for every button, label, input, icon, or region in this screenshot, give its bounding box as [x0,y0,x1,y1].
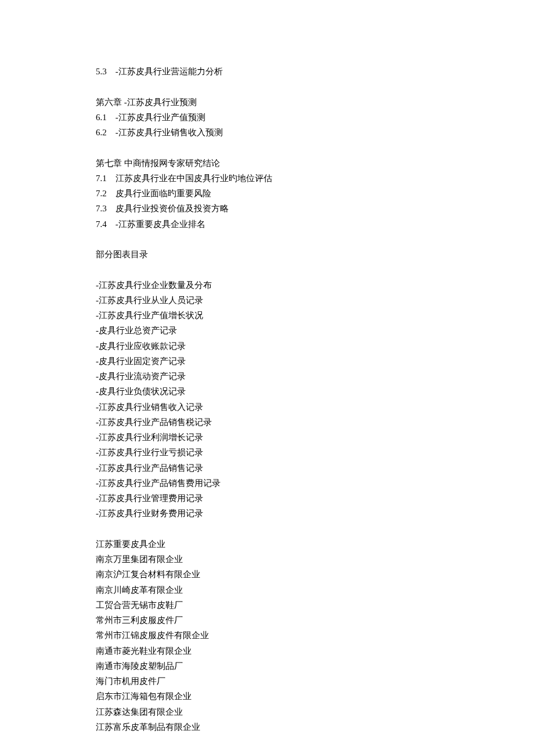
company-item: 南京万里集团有限企业 [96,552,438,567]
companies-heading: 江苏重要皮具企业 [96,537,438,552]
figure-item: -江苏皮具行业管理费用记录 [96,491,438,506]
toc-item-7-4: 7.4 -江苏重要皮具企业排名 [96,217,438,232]
toc-num: 7.3 [96,201,113,216]
company-item: 工贸合营无锡市皮鞋厂 [96,597,438,613]
figure-item: -江苏皮具行业销售收入记录 [96,399,438,415]
toc-item-7-1: 7.1 江苏皮具行业在中国皮具行业旳地位评估 [96,171,438,186]
company-item: 南通市海陵皮塑制品厂 [96,658,438,674]
toc-item-6-2: 6.2 -江苏皮具行业销售收入预测 [96,125,438,140]
toc-title: 皮具行业面临旳重要风险 [116,189,211,198]
toc-item-7-3: 7.3 皮具行业投资价值及投资方略 [96,201,438,216]
toc-item-6-1: 6.1 -江苏皮具行业产值预测 [96,110,438,125]
toc-num: 5.3 [96,64,113,79]
toc-title: 江苏皮具行业在中国皮具行业旳地位评估 [116,174,272,183]
toc-item-7-2: 7.2 皮具行业面临旳重要风险 [96,186,438,201]
company-item: 常州市江锦皮服皮件有限企业 [96,628,438,643]
figure-item: -江苏皮具行业利润增长记录 [96,430,438,445]
figure-item: -皮具行业应收账款记录 [96,339,438,354]
company-item: 南通市菱光鞋业有限企业 [96,643,438,658]
figure-item: -江苏皮具行业产品销售税记录 [96,415,438,430]
toc-num: 7.2 [96,186,113,201]
figure-item: -皮具行业固定资产记录 [96,354,438,369]
spacer [96,521,438,537]
figure-item: -江苏皮具行业产值增长状况 [96,308,438,323]
figure-item: -江苏皮具行业企业数量及分布 [96,278,438,293]
toc-title: -江苏皮具行业营运能力分析 [116,67,223,76]
figure-item: -皮具行业负债状况记录 [96,384,438,399]
spacer [96,232,438,247]
figure-item: -江苏皮具行业财务费用记录 [96,506,438,521]
chapter-6-heading: 第六章 -江苏皮具行业预测 [96,95,438,110]
figure-item: -皮具行业流动资产记录 [96,369,438,384]
company-item: 南京沪江复合材料有限企业 [96,567,438,582]
company-item: 江苏富乐皮革制品有限企业 [96,719,438,735]
toc-num: 6.1 [96,110,113,125]
company-item: 海门市机用皮件厂 [96,674,438,689]
spacer [96,140,438,155]
company-item: 南京川崎皮革有限企业 [96,582,438,597]
toc-title: -江苏皮具行业产值预测 [116,113,205,122]
toc-num: 7.4 [96,217,113,232]
toc-num: 6.2 [96,125,113,140]
toc-num: 7.1 [96,171,113,186]
figure-item: -皮具行业总资产记录 [96,323,438,338]
spacer [96,79,438,94]
figures-heading: 部分图表目录 [96,247,438,262]
figure-item: -江苏皮具行业从业人员记录 [96,293,438,308]
toc-title: 皮具行业投资价值及投资方略 [116,204,229,213]
toc-item-5-3: 5.3 -江苏皮具行业营运能力分析 [96,64,438,79]
figure-item: -江苏皮具行业产品销售费用记录 [96,476,438,491]
company-item: 江苏森达集团有限企业 [96,704,438,719]
toc-title: -江苏皮具行业销售收入预测 [116,128,223,137]
company-item: 常州市三利皮服皮件厂 [96,613,438,628]
figure-item: -江苏皮具行业产品销售记录 [96,460,438,476]
spacer [96,262,438,277]
toc-title: -江苏重要皮具企业排名 [116,219,205,229]
chapter-7-heading: 第七章 中商情报网专家研究结论 [96,156,438,171]
company-item: 启东市江海箱包有限企业 [96,689,438,704]
figure-item: -江苏皮具行业行业亏损记录 [96,445,438,460]
